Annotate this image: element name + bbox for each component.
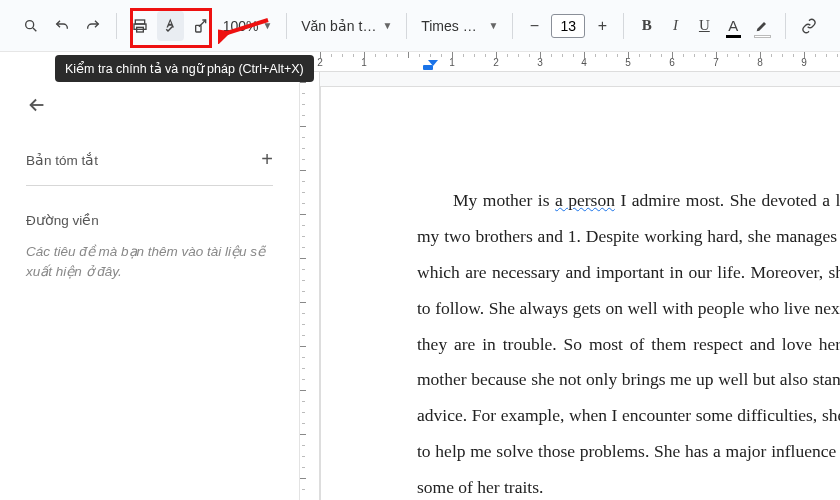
ruler-tick-minor bbox=[837, 54, 838, 57]
ruler-number: 4 bbox=[581, 57, 587, 68]
ruler-tick-minor bbox=[705, 54, 706, 57]
ruler-number: 5 bbox=[625, 57, 631, 68]
ruler-tick-minor bbox=[375, 54, 376, 57]
search-button[interactable] bbox=[18, 11, 45, 41]
ruler-tick-minor bbox=[782, 54, 783, 57]
print-icon bbox=[132, 18, 148, 34]
ruler-tick-minor bbox=[302, 324, 305, 325]
ruler-tick-minor bbox=[419, 54, 420, 57]
horizontal-ruler[interactable]: 211234567891011 bbox=[300, 52, 840, 72]
font-size-group: − 13 + bbox=[523, 14, 613, 38]
ruler-tick-minor bbox=[441, 54, 442, 57]
ruler-tick-minor bbox=[302, 313, 305, 314]
ruler-tick-minor bbox=[562, 54, 563, 57]
ruler-tick-minor bbox=[727, 54, 728, 57]
text-color-button[interactable]: A bbox=[721, 12, 746, 40]
font-label: Times … bbox=[421, 18, 482, 34]
font-size-input[interactable]: 13 bbox=[551, 14, 585, 38]
vertical-ruler[interactable] bbox=[300, 72, 320, 500]
ruler-tick-minor bbox=[302, 401, 305, 402]
insert-link-button[interactable] bbox=[795, 11, 822, 41]
undo-button[interactable] bbox=[49, 11, 76, 41]
ruler-number: 3 bbox=[537, 57, 543, 68]
separator bbox=[286, 13, 287, 39]
ruler-number: 6 bbox=[669, 57, 675, 68]
ruler-tick-minor bbox=[302, 456, 305, 457]
ruler-tick-minor bbox=[430, 54, 431, 57]
ruler-tick-minor bbox=[302, 291, 305, 292]
grammar-suggestion[interactable]: a person bbox=[555, 190, 615, 210]
increase-font-button[interactable]: + bbox=[591, 15, 613, 37]
italic-button[interactable]: I bbox=[663, 12, 688, 40]
chevron-down-icon: ▼ bbox=[489, 20, 499, 31]
zoom-dropdown[interactable]: 100% ▼ bbox=[219, 18, 277, 34]
ruler-tick-minor bbox=[302, 357, 305, 358]
ruler-tick-minor bbox=[573, 54, 574, 57]
print-button[interactable] bbox=[127, 11, 154, 41]
ruler-tick-minor bbox=[302, 247, 305, 248]
document-page[interactable]: My mother is a person I admire most. She… bbox=[320, 86, 840, 500]
styles-dropdown[interactable]: Văn bản t… ▼ bbox=[297, 18, 396, 34]
outline-hint: Các tiêu đề mà bạn thêm vào tài liệu sẽ … bbox=[26, 242, 273, 283]
ruler-number: 9 bbox=[801, 57, 807, 68]
spellcheck-icon bbox=[162, 17, 180, 35]
paint-format-button[interactable] bbox=[188, 11, 215, 41]
main-toolbar: 100% ▼ Văn bản t… ▼ Times … ▼ − 13 + B I… bbox=[0, 0, 840, 52]
underline-button[interactable]: U bbox=[692, 12, 717, 40]
ruler-tick bbox=[300, 478, 306, 479]
text-run: My mother is bbox=[453, 190, 555, 210]
ruler-tick-minor bbox=[474, 54, 475, 57]
decrease-font-button[interactable]: − bbox=[523, 15, 545, 37]
ruler-tick-minor bbox=[302, 148, 305, 149]
ruler-tick-minor bbox=[302, 104, 305, 105]
separator bbox=[512, 13, 513, 39]
ruler-number: 2 bbox=[317, 57, 323, 68]
separator bbox=[623, 13, 624, 39]
bold-button[interactable]: B bbox=[634, 12, 659, 40]
tooltip: Kiểm tra chính tả và ngữ pháp (Ctrl+Alt+… bbox=[55, 55, 314, 82]
redo-button[interactable] bbox=[79, 11, 106, 41]
ruler-tick-minor bbox=[683, 54, 684, 57]
ruler-number: 2 bbox=[493, 57, 499, 68]
ruler-tick-minor bbox=[302, 203, 305, 204]
spellcheck-button[interactable] bbox=[157, 11, 184, 41]
ruler-tick-minor bbox=[815, 54, 816, 57]
styles-label: Văn bản t… bbox=[301, 18, 376, 34]
back-button[interactable] bbox=[26, 94, 48, 122]
ruler-tick-minor bbox=[386, 54, 387, 57]
paint-format-icon bbox=[193, 18, 209, 34]
add-summary-button[interactable]: + bbox=[261, 148, 273, 171]
ruler-tick-minor bbox=[518, 54, 519, 57]
ruler-tick-minor bbox=[302, 93, 305, 94]
ruler-tick-minor bbox=[302, 467, 305, 468]
ruler-tick-minor bbox=[650, 54, 651, 57]
font-dropdown[interactable]: Times … ▼ bbox=[417, 18, 502, 34]
ruler-tick-minor bbox=[302, 280, 305, 281]
ruler-tick-minor bbox=[353, 54, 354, 57]
svg-point-0 bbox=[26, 20, 34, 28]
ruler-tick-minor bbox=[529, 54, 530, 57]
ruler-tick-minor bbox=[793, 54, 794, 57]
ruler-tick-minor bbox=[342, 54, 343, 57]
separator bbox=[406, 13, 407, 39]
ruler-tick bbox=[300, 302, 306, 303]
undo-icon bbox=[54, 18, 70, 34]
ruler-tick bbox=[300, 346, 306, 347]
search-icon bbox=[23, 18, 39, 34]
ruler-tick-minor bbox=[302, 137, 305, 138]
ruler-tick-minor bbox=[694, 54, 695, 57]
separator bbox=[785, 13, 786, 39]
highlighter-icon bbox=[754, 18, 770, 34]
ruler-tick-minor bbox=[463, 54, 464, 57]
ruler-tick-minor bbox=[738, 54, 739, 57]
chevron-down-icon: ▼ bbox=[382, 20, 392, 31]
color-bar bbox=[726, 35, 741, 38]
document-text[interactable]: My mother is a person I admire most. She… bbox=[417, 183, 840, 500]
redo-icon bbox=[85, 18, 101, 34]
ruler-tick-minor bbox=[302, 445, 305, 446]
highlight-button[interactable] bbox=[750, 12, 775, 40]
outline-panel: Bản tóm tắt + Đường viền Các tiêu đề mà … bbox=[0, 72, 300, 500]
ruler-tick bbox=[300, 258, 306, 259]
ruler-tick-minor bbox=[302, 368, 305, 369]
left-indent-marker[interactable] bbox=[423, 65, 433, 70]
